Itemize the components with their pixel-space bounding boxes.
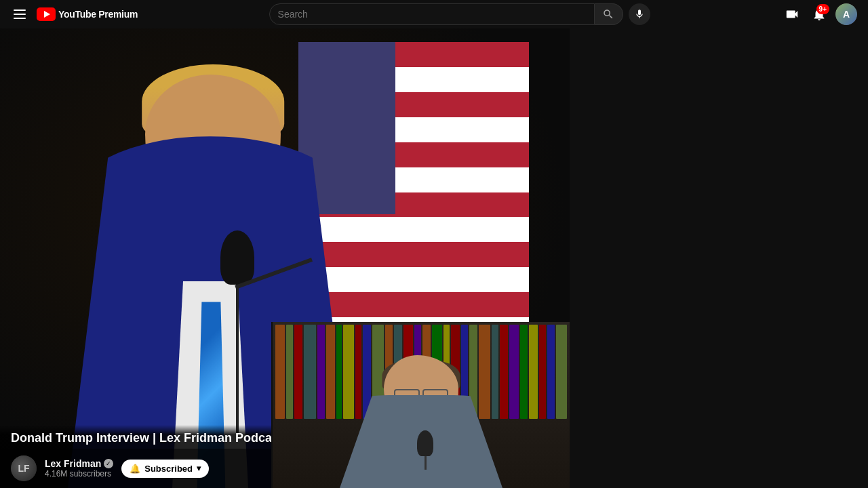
search-bar-container[interactable] xyxy=(269,3,595,25)
pip-person-figure xyxy=(319,355,523,488)
chevron-down-icon: ▾ xyxy=(197,464,201,473)
youtube-logo[interactable]: YouTube Premium xyxy=(37,7,138,21)
create-icon xyxy=(785,7,800,22)
hamburger-menu-icon[interactable] xyxy=(11,7,28,22)
microphone-stand xyxy=(217,230,258,434)
nav-left: YouTube Premium xyxy=(11,7,138,22)
search-input[interactable] xyxy=(278,9,586,20)
verified-icon: ✓ xyxy=(104,459,113,468)
microphone-icon xyxy=(634,9,645,20)
video-player[interactable]: Donald Trump Interview | Lex Fridman Pod… xyxy=(0,28,570,488)
voice-search-button[interactable] xyxy=(629,3,650,25)
notifications-button[interactable]: 9+ xyxy=(808,3,830,25)
create-button[interactable] xyxy=(781,3,803,25)
subscribe-button[interactable]: 🔔 Subscribed ▾ xyxy=(121,460,209,478)
premium-label: YouTube Premium xyxy=(58,9,138,20)
notification-badge: 9+ xyxy=(816,4,829,14)
channel-avatar[interactable]: LF xyxy=(11,455,37,481)
nav-center xyxy=(146,3,773,25)
nav-right: 9+ A xyxy=(781,3,857,25)
user-avatar-button[interactable]: A xyxy=(835,3,857,25)
channel-info: Lex Fridman ✓ 4.16M subscribers xyxy=(45,458,113,479)
avatar: A xyxy=(835,3,857,25)
pip-scene xyxy=(273,322,570,488)
subscribed-label: Subscribed xyxy=(144,464,193,474)
picture-in-picture[interactable] xyxy=(271,322,570,488)
search-button[interactable] xyxy=(595,3,623,25)
channel-name[interactable]: Lex Fridman xyxy=(45,458,101,469)
bell-icon-small: 🔔 xyxy=(130,464,140,474)
subscriber-count: 4.16M subscribers xyxy=(45,469,113,479)
pip-microphone xyxy=(415,430,435,468)
top-navigation: YouTube Premium 9+ xyxy=(0,0,868,28)
search-icon xyxy=(602,8,614,20)
title-prefix: Donald Trump Interview | Lex Fridman Pod… xyxy=(11,431,286,445)
